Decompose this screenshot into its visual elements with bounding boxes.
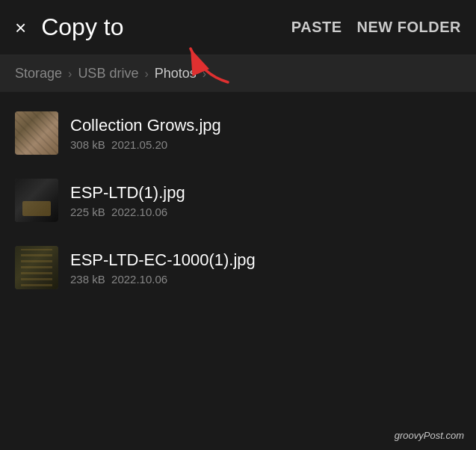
breadcrumb-sep-3: ›: [203, 67, 206, 81]
page-title: Copy to: [41, 13, 276, 41]
file-info-1: Collection Grows.jpg 308 kB 2021.05.20: [70, 116, 461, 151]
file-info-3: ESP-LTD-EC-1000(1).jpg 238 kB 2022.10.06: [70, 250, 461, 286]
list-item[interactable]: Collection Grows.jpg 308 kB 2021.05.20: [0, 99, 476, 167]
breadcrumb-storage[interactable]: Storage: [15, 66, 62, 81]
file-list: Collection Grows.jpg 308 kB 2021.05.20 E…: [0, 92, 476, 309]
breadcrumb-usb-drive[interactable]: USB drive: [78, 66, 138, 81]
close-button[interactable]: ×: [15, 18, 26, 37]
file-meta-1: 308 kB 2021.05.20: [70, 138, 461, 151]
breadcrumb-photos[interactable]: Photos: [155, 66, 197, 81]
file-thumbnail-3: [15, 246, 58, 289]
file-name-2: ESP-LTD(1).jpg: [70, 183, 461, 203]
breadcrumb-sep-1: ›: [68, 67, 72, 81]
list-item[interactable]: ESP-LTD(1).jpg 225 kB 2022.10.06: [0, 167, 476, 234]
file-name-3: ESP-LTD-EC-1000(1).jpg: [70, 250, 461, 270]
file-name-1: Collection Grows.jpg: [70, 116, 461, 135]
list-item[interactable]: ESP-LTD-EC-1000(1).jpg 238 kB 2022.10.06: [0, 234, 476, 301]
file-meta-3: 238 kB 2022.10.06: [70, 273, 461, 286]
breadcrumb: Storage › USB drive › Photos ›: [0, 55, 476, 92]
watermark: groovyPost.com: [395, 430, 464, 441]
file-meta-2: 225 kB 2022.10.06: [70, 206, 461, 218]
header: × Copy to PASTE NEW FOLDER: [0, 0, 476, 55]
file-info-2: ESP-LTD(1).jpg 225 kB 2022.10.06: [70, 183, 461, 218]
file-thumbnail-2: [15, 179, 58, 222]
new-folder-button[interactable]: NEW FOLDER: [357, 19, 461, 36]
paste-button[interactable]: PASTE: [291, 19, 342, 36]
file-thumbnail-1: [15, 111, 58, 155]
breadcrumb-sep-2: ›: [144, 67, 148, 81]
